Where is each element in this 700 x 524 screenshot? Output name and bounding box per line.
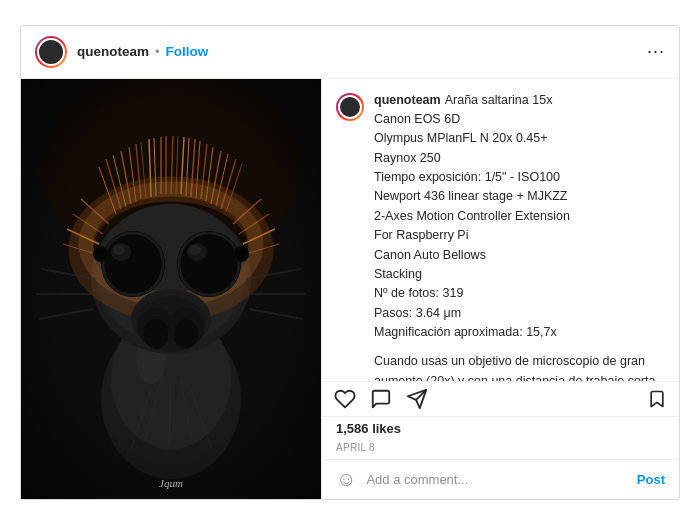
spec-9: Nº de fotos: 319 — [374, 286, 463, 300]
spec-4: Newport 436 linear stage + MJKZZ — [374, 189, 568, 203]
spider-name: Araña saltarina 15x — [445, 93, 553, 107]
spec-10: Pasos: 3.64 μm — [374, 306, 461, 320]
photo-signature: Jqum — [159, 477, 183, 489]
more-options-icon[interactable]: ··· — [647, 41, 665, 62]
share-icon[interactable] — [406, 388, 428, 410]
header-info: quenoteam • Follow — [77, 44, 647, 59]
caption-avatar[interactable] — [336, 93, 364, 121]
content-area: Jqum quenoteamAraña saltarina 15x Canon … — [21, 79, 679, 499]
spec-8: Stacking — [374, 267, 422, 281]
actions-row — [322, 382, 679, 417]
likes-count: 1,586 likes — [322, 417, 679, 440]
comment-row: ☺ Post — [322, 459, 679, 499]
spec-2: Raynox 250 — [374, 151, 441, 165]
spec-11: Magnificación aproximada: 15,7x — [374, 325, 557, 339]
bookmark-icon[interactable] — [647, 389, 667, 409]
caption-description: Cuando usas un objetivo de microscopio d… — [374, 352, 665, 381]
caption-area: quenoteamAraña saltarina 15x Canon EOS 6… — [322, 79, 679, 382]
post-comment-button[interactable]: Post — [637, 472, 665, 487]
spec-5: 2-Axes Motion Controller Extension — [374, 209, 570, 223]
spec-0: Canon EOS 6D — [374, 112, 460, 126]
like-icon[interactable] — [334, 388, 356, 410]
instagram-post-card: quenoteam • Follow ··· — [20, 25, 680, 500]
caption-text: quenoteamAraña saltarina 15x Canon EOS 6… — [374, 91, 665, 382]
post-date: APRIL 8 — [322, 440, 679, 459]
spec-6: For Raspberry Pi — [374, 228, 468, 242]
caption-username[interactable]: quenoteam — [374, 93, 441, 107]
post-header: quenoteam • Follow ··· — [21, 26, 679, 79]
follow-button[interactable]: Follow — [166, 44, 209, 59]
post-image: Jqum — [21, 79, 321, 499]
comment-icon[interactable] — [370, 388, 392, 410]
spec-7: Canon Auto Bellows — [374, 248, 486, 262]
comment-input[interactable] — [366, 472, 636, 487]
caption-header: quenoteamAraña saltarina 15x Canon EOS 6… — [336, 91, 665, 382]
avatar[interactable] — [35, 36, 67, 68]
header-username[interactable]: quenoteam — [77, 44, 149, 59]
spec-3: Tiempo exposición: 1/5" - ISO100 — [374, 170, 560, 184]
emoji-icon[interactable]: ☺ — [336, 468, 356, 491]
spec-1: Olympus MPlanFL N 20x 0.45+ — [374, 131, 548, 145]
dot-separator: • — [155, 44, 160, 59]
svg-rect-73 — [21, 79, 321, 499]
right-panel: quenoteamAraña saltarina 15x Canon EOS 6… — [321, 79, 679, 499]
